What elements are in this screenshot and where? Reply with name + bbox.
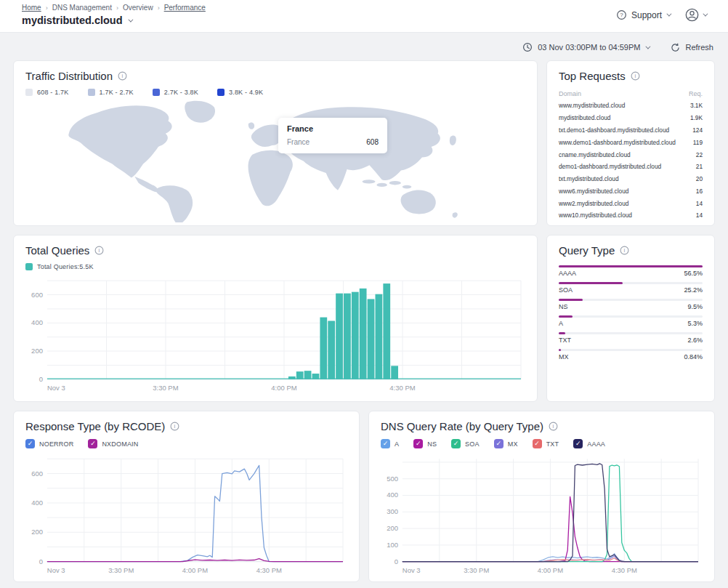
legend-item-soa[interactable]: SOA xyxy=(451,439,480,448)
world-map[interactable]: France France 608 xyxy=(25,97,525,222)
svg-text:4:30 PM: 4:30 PM xyxy=(389,384,415,392)
dashboard: Traffic Distribution i 608 - 1.7K 1.7K -… xyxy=(0,60,728,582)
query-type-bar xyxy=(559,282,623,284)
request-count: 3.1K xyxy=(690,102,703,109)
panel-query-type: Query Type i AAAA 56.5% SOA 25.2% xyxy=(546,235,715,402)
svg-text:100: 100 xyxy=(387,541,398,549)
support-menu[interactable]: ? Support xyxy=(616,9,670,20)
legend-item-txt[interactable]: TXT xyxy=(533,439,559,448)
support-label: Support xyxy=(631,10,662,20)
legend-label: 608 - 1.7K xyxy=(37,89,69,96)
panel-title: Top Requests xyxy=(559,70,626,82)
request-domain: demo1-dashboard.mydistributed.cloud xyxy=(559,163,661,170)
panel-title: DNS Query Rate (by Query Type) xyxy=(381,420,543,432)
legend-item-ns[interactable]: NS xyxy=(413,439,437,448)
panel-total-queries: Total Queries i Total Queries:5.5K 02004… xyxy=(13,235,538,402)
map-tooltip: France France 608 xyxy=(278,118,387,153)
chevron-down-icon xyxy=(666,12,671,17)
info-icon[interactable]: i xyxy=(94,246,104,255)
query-type-bar-track xyxy=(559,265,703,267)
legend-item-aaaa[interactable]: AAAA xyxy=(573,439,605,448)
checkbox-icon[interactable] xyxy=(451,439,461,448)
refresh-button[interactable]: Refresh xyxy=(671,43,713,52)
info-icon[interactable]: i xyxy=(631,71,640,81)
svg-text:i: i xyxy=(553,423,554,430)
legend-label: 2.7K - 3.8K xyxy=(164,89,198,96)
dns-query-rate-chart[interactable]: 0100200300400500Nov 33:30 PM4:00 PM4:30 … xyxy=(381,453,703,576)
legend-label: Total Queries:5.5K xyxy=(37,263,94,270)
query-type-percent: 25.2% xyxy=(684,286,703,294)
response-type-chart[interactable]: 0200400600Nov 33:30 PM4:00 PM4:30 PM xyxy=(25,453,347,576)
legend-label: NS xyxy=(427,440,437,448)
info-icon[interactable]: i xyxy=(549,422,558,431)
checkbox-icon[interactable] xyxy=(573,439,583,448)
legend-item-total-queries: Total Queries:5.5K xyxy=(25,263,94,270)
checkbox-icon[interactable] xyxy=(381,439,390,448)
refresh-icon xyxy=(671,43,680,52)
svg-text:i: i xyxy=(634,73,636,79)
legend-label: NXDOMAIN xyxy=(102,440,138,448)
svg-text:600: 600 xyxy=(31,291,43,299)
query-type-row: TXT 2.6% xyxy=(559,332,703,347)
panel-traffic-distribution: Traffic Distribution i 608 - 1.7K 1.7K -… xyxy=(13,60,538,226)
legend-item-noerror[interactable]: NOERROR xyxy=(25,439,73,448)
query-type-bar xyxy=(559,315,573,318)
breadcrumb: Home › DNS Management › Overview › Perfo… xyxy=(22,4,206,12)
request-domain: mydistributed.cloud xyxy=(559,114,610,121)
checkbox-icon[interactable] xyxy=(533,439,542,448)
query-type-row: AAAA 56.5% xyxy=(559,265,703,280)
query-type-percent: 5.3% xyxy=(687,320,703,327)
legend-item-nxdomain[interactable]: NXDOMAIN xyxy=(88,439,138,448)
checkbox-icon[interactable] xyxy=(88,439,97,448)
svg-text:200: 200 xyxy=(387,524,398,532)
svg-text:4:30 PM: 4:30 PM xyxy=(612,566,637,574)
query-type-bar-track xyxy=(559,315,703,318)
checkbox-icon[interactable] xyxy=(25,439,35,448)
legend-item-a[interactable]: A xyxy=(381,439,399,448)
info-icon[interactable]: i xyxy=(118,71,127,81)
checkbox-icon[interactable] xyxy=(413,439,423,448)
date-range-label: 03 Nov 03:00PM to 04:59PM xyxy=(538,43,640,52)
world-map-svg xyxy=(25,97,525,222)
svg-text:0: 0 xyxy=(395,557,398,565)
legend-item-608-1-7k: 608 - 1.7K xyxy=(25,89,69,96)
panel-dns-query-rate: DNS Query Rate (by Query Type) i A NS SO… xyxy=(368,411,715,582)
date-range-picker[interactable]: 03 Nov 03:00PM to 04:59PM xyxy=(522,42,649,52)
info-icon[interactable]: i xyxy=(620,246,629,255)
zone-name: mydistributed.cloud xyxy=(22,15,123,26)
legend-label: NOERROR xyxy=(39,440,73,448)
legend-item-2-7k-3-8k: 2.7K - 3.8K xyxy=(153,89,198,96)
svg-text:600: 600 xyxy=(31,470,43,478)
svg-text:4:00 PM: 4:00 PM xyxy=(271,384,296,392)
top-request-row: www.mydistributed.cloud 3.1K xyxy=(559,100,703,112)
svg-text:400: 400 xyxy=(31,318,43,326)
query-type-list: AAAA 56.5% SOA 25.2% NS 9.5% A 5.3% xyxy=(559,265,703,363)
toolbar: 03 Nov 03:00PM to 04:59PM Refresh xyxy=(0,33,728,60)
account-menu[interactable] xyxy=(684,7,706,23)
legend-item-mx[interactable]: MX xyxy=(494,439,518,448)
query-type-label: SOA xyxy=(559,286,573,294)
query-type-bar-track xyxy=(559,332,703,334)
chevron-down-icon xyxy=(703,12,708,17)
top-request-row: www6.mydistributed.cloud 16 xyxy=(559,185,703,197)
query-type-label: AAAA xyxy=(559,270,576,277)
query-type-label: NS xyxy=(559,303,568,310)
checkbox-icon[interactable] xyxy=(494,439,503,448)
total-queries-chart[interactable]: 0200400600Nov 33:30 PM4:00 PM4:30 PM xyxy=(25,275,525,394)
breadcrumb-home[interactable]: Home xyxy=(22,4,41,12)
query-type-percent: 9.5% xyxy=(687,303,703,310)
zone-selector[interactable]: mydistributed.cloud xyxy=(22,15,206,26)
breadcrumb-performance[interactable]: Performance xyxy=(164,4,206,12)
breadcrumb-dns-management[interactable]: DNS Management xyxy=(52,4,112,12)
svg-text:4:30 PM: 4:30 PM xyxy=(256,566,282,574)
info-icon[interactable]: i xyxy=(170,422,179,431)
top-request-row: www10.mydistributed.cloud 14 xyxy=(559,209,703,222)
request-count: 119 xyxy=(693,139,703,146)
svg-text:300: 300 xyxy=(387,507,398,515)
breadcrumb-overview[interactable]: Overview xyxy=(123,4,153,12)
legend-swatch xyxy=(153,89,160,96)
legend-swatch xyxy=(217,89,225,96)
svg-text:200: 200 xyxy=(31,528,43,536)
panel-response-type: Response Type (by RCODE) i NOERROR NXDOM… xyxy=(13,411,360,582)
chevron-down-icon xyxy=(128,17,133,22)
